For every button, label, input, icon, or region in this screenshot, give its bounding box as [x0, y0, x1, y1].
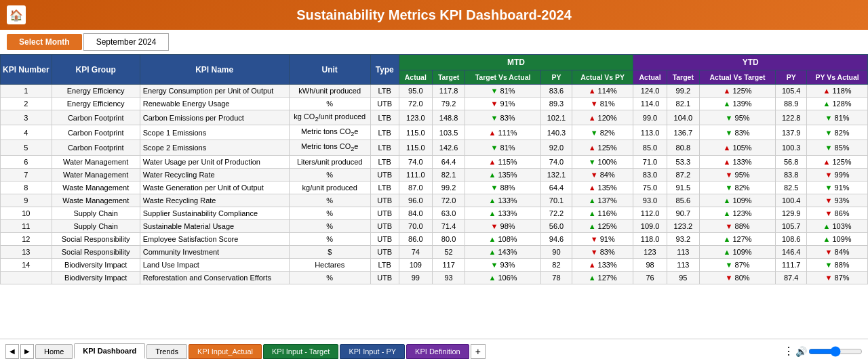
- table-cell: 108.6: [776, 232, 807, 245]
- mtd-col-actual: Actual: [399, 70, 432, 85]
- table-cell: 113: [667, 258, 699, 271]
- table-cell-arrow: ▲ 137%: [572, 194, 633, 207]
- table-cell-arrow: ▲ 143%: [465, 245, 541, 258]
- table-cell: Land Use Impact: [140, 258, 289, 271]
- table-cell-arrow: ▲ 123%: [699, 207, 775, 219]
- table-cell: 14: [1, 258, 52, 271]
- tab-slider[interactable]: [808, 346, 863, 357]
- table-cell: Water Management: [52, 168, 140, 181]
- tab-kpi-input-target[interactable]: KPI Input - Target: [263, 344, 338, 359]
- table-cell: UTB: [370, 98, 399, 110]
- table-cell: kg/unit produced: [289, 181, 370, 194]
- tab-trends[interactable]: Trends: [146, 344, 187, 359]
- table-cell-arrow: ▼ 82%: [572, 125, 633, 140]
- table-cell-arrow: ▼ 100%: [572, 155, 633, 168]
- table-cell-arrow: ▼ 87%: [807, 271, 868, 284]
- table-cell: LTB: [370, 258, 399, 271]
- table-row: 2Energy EfficiencyRenewable Energy Usage…: [1, 98, 868, 110]
- tab-audio-button[interactable]: 🔊: [795, 346, 807, 357]
- table-cell: 71.4: [432, 219, 465, 232]
- table-cell: 123: [633, 245, 667, 258]
- table-cell-arrow: ▼ 82%: [699, 181, 775, 194]
- table-cell-arrow: ▼ 88%: [807, 258, 868, 271]
- table-cell: Renewable Energy Usage: [140, 98, 289, 110]
- table-cell: 63.0: [432, 207, 465, 219]
- table-cell-arrow: ▼ 84%: [807, 245, 868, 258]
- month-display: September 2024: [83, 33, 170, 51]
- table-cell-arrow: ▲ 114%: [572, 85, 633, 98]
- table-cell-arrow: ▲ 125%: [572, 140, 633, 155]
- tab-kpi-input-actual[interactable]: KPI Input_Actual: [189, 344, 262, 359]
- table-cell: Employee Satisfaction Score: [140, 232, 289, 245]
- table-cell: 123.0: [399, 110, 432, 125]
- table-cell: 82: [540, 258, 572, 271]
- table-cell-arrow: ▲ 133%: [572, 258, 633, 271]
- table-cell-arrow: ▼ 81%: [807, 110, 868, 125]
- table-cell: 113: [667, 245, 699, 258]
- table-cell: 104.0: [667, 110, 699, 125]
- table-row: 5Carbon FootprintScope 2 EmissionsMetric…: [1, 140, 868, 155]
- table-container: KPI Number KPI Group KPI Name Unit Type …: [0, 54, 868, 362]
- table-cell: 7: [1, 168, 52, 181]
- tab-kpi-definition[interactable]: KPI Definition: [406, 344, 469, 359]
- table-cell: Carbon Footprint: [52, 125, 140, 140]
- table-cell: 64.4: [432, 155, 465, 168]
- table-cell: 83.0: [633, 168, 667, 181]
- table-cell: 100.4: [776, 194, 807, 207]
- table-cell: 88.9: [776, 98, 807, 110]
- tab-home[interactable]: Home: [35, 344, 73, 359]
- table-cell: Supply Chain: [52, 207, 140, 219]
- table-cell: 111.0: [399, 168, 432, 181]
- table-cell: 56.8: [776, 155, 807, 168]
- tab-kpi-input-py[interactable]: KPI Input - PY: [340, 344, 405, 359]
- table-cell-arrow: ▲ 139%: [699, 98, 775, 110]
- table-cell: %: [289, 219, 370, 232]
- tab-next-button[interactable]: ▶: [20, 344, 34, 359]
- table-cell: %: [289, 194, 370, 207]
- mtd-col-py: PY: [540, 70, 572, 85]
- table-cell: $: [289, 245, 370, 258]
- table-cell: 53.3: [667, 155, 699, 168]
- table-cell: 70.0: [399, 219, 432, 232]
- table-cell: 70.1: [540, 194, 572, 207]
- select-month-button[interactable]: Select Month: [7, 34, 82, 50]
- table-cell: 115.0: [399, 125, 432, 140]
- mtd-header: MTD: [399, 55, 633, 70]
- table-cell: Social Responsibility: [52, 232, 140, 245]
- table-cell: 118.0: [633, 232, 667, 245]
- tab-add-button[interactable]: +: [471, 344, 486, 359]
- table-cell: 71.0: [633, 155, 667, 168]
- table-cell: 86.0: [399, 232, 432, 245]
- table-cell-arrow: ▼ 81%: [465, 140, 541, 155]
- table-cell: LTB: [370, 140, 399, 155]
- table-cell-arrow: ▲ 133%: [699, 155, 775, 168]
- tab-more-button[interactable]: ⋮: [783, 345, 794, 358]
- table-cell-arrow: ▼ 99%: [807, 168, 868, 181]
- table-row: 8Waste ManagementWaste Generation per Un…: [1, 181, 868, 194]
- table-cell: UTB: [370, 271, 399, 284]
- table-cell: UTB: [370, 207, 399, 219]
- tab-kpi-dashboard[interactable]: KPI Dashboard: [74, 343, 145, 359]
- table-cell: UTB: [370, 219, 399, 232]
- table-cell: Community Investment: [140, 245, 289, 258]
- table-cell-arrow: ▼ 91%: [807, 181, 868, 194]
- table-cell-arrow: ▼ 83%: [572, 245, 633, 258]
- col-header-num: KPI Number: [1, 55, 52, 85]
- table-cell: 148.8: [432, 110, 465, 125]
- tab-bar: ◀ ▶ Home KPI Dashboard Trends KPI Input_…: [0, 339, 868, 363]
- table-cell: %: [289, 207, 370, 219]
- table-cell: 87.2: [667, 168, 699, 181]
- table-cell: 98: [633, 258, 667, 271]
- table-cell-arrow: ▼ 88%: [699, 219, 775, 232]
- mtd-col-target: Target: [432, 70, 465, 85]
- table-cell-arrow: ▼ 98%: [465, 219, 541, 232]
- table-cell: 113.0: [633, 125, 667, 140]
- table-cell-arrow: ▲ 133%: [465, 207, 541, 219]
- home-icon[interactable]: 🏠: [7, 5, 26, 24]
- tab-prev-button[interactable]: ◀: [5, 344, 19, 359]
- table-cell: 95: [667, 271, 699, 284]
- ytd-col-py: PY: [776, 70, 807, 85]
- table-row: 11Supply ChainSustainable Material Usage…: [1, 219, 868, 232]
- table-cell: 136.7: [667, 125, 699, 140]
- table-cell: Metric tons CO2e: [289, 140, 370, 155]
